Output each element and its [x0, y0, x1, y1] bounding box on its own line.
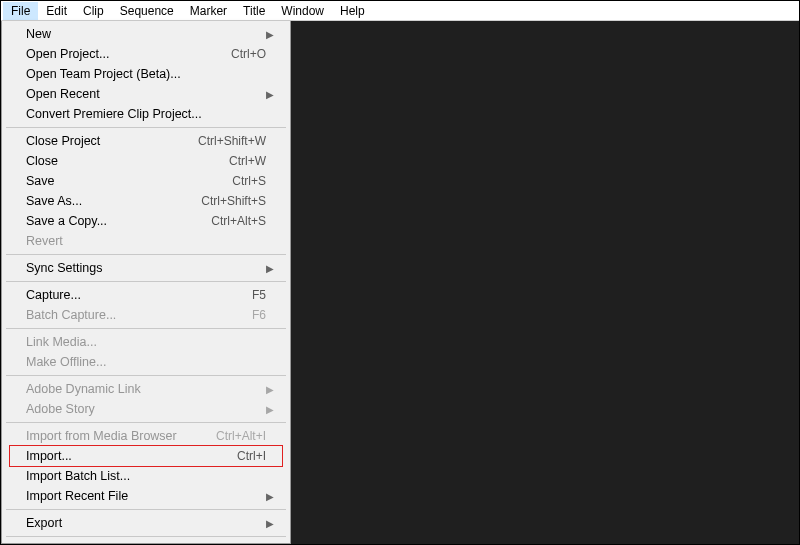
menu-item-shortcut: Ctrl+O: [231, 47, 266, 61]
menu-item-label: Sync Settings: [26, 261, 266, 275]
menu-item-label: Close: [26, 154, 229, 168]
menu-item-label: Adobe Dynamic Link: [26, 382, 266, 396]
menubar-item-label: Title: [243, 4, 265, 18]
menu-item-shortcut: Ctrl+Alt+S: [211, 214, 266, 228]
menu-item-label: Adobe Story: [26, 402, 266, 416]
menu-item-shortcut: F5: [252, 288, 266, 302]
menu-separator: [6, 509, 286, 510]
menubar-item-label: Marker: [190, 4, 227, 18]
menu-item-import-from-media-browser: Import from Media BrowserCtrl+Alt+I: [4, 426, 288, 446]
menu-item-link-media: Link Media...: [4, 332, 288, 352]
menubar-item-sequence[interactable]: Sequence: [112, 2, 182, 20]
menu-item-sync-settings[interactable]: Sync Settings▶: [4, 258, 288, 278]
menu-item-label: Import Batch List...: [26, 469, 266, 483]
chevron-right-icon: ▶: [266, 404, 274, 415]
menu-item-import-recent-file[interactable]: Import Recent File▶: [4, 486, 288, 506]
menu-separator: [6, 328, 286, 329]
menu-separator: [6, 536, 286, 537]
menu-item-label: Revert: [26, 234, 266, 248]
menu-item-label: Import Recent File: [26, 489, 266, 503]
menu-item-label: Batch Capture...: [26, 308, 252, 322]
app-window: FileEditClipSequenceMarkerTitleWindowHel…: [0, 0, 800, 545]
menu-item-save-as[interactable]: Save As...Ctrl+Shift+S: [4, 191, 288, 211]
menu-item-label: Open Project...: [26, 47, 231, 61]
menubar-item-clip[interactable]: Clip: [75, 2, 112, 20]
menu-item-make-offline: Make Offline...: [4, 352, 288, 372]
menu-item-shortcut: Ctrl+Alt+I: [216, 429, 266, 443]
menu-separator: [6, 281, 286, 282]
menu-item-export[interactable]: Export▶: [4, 513, 288, 533]
menubar-item-edit[interactable]: Edit: [38, 2, 75, 20]
menu-separator: [6, 422, 286, 423]
menu-item-label: Import from Media Browser: [26, 429, 216, 443]
menu-item-shortcut: Ctrl+I: [237, 449, 266, 463]
menu-item-label: Save a Copy...: [26, 214, 211, 228]
menu-item-label: Capture...: [26, 288, 252, 302]
menu-item-save[interactable]: SaveCtrl+S: [4, 171, 288, 191]
menu-item-label: Close Project: [26, 134, 198, 148]
menu-item-save-a-copy[interactable]: Save a Copy...Ctrl+Alt+S: [4, 211, 288, 231]
menu-item-label: Convert Premiere Clip Project...: [26, 107, 266, 121]
menu-item-shortcut: Ctrl+S: [232, 174, 266, 188]
menubar-item-title[interactable]: Title: [235, 2, 273, 20]
workspace: [291, 21, 799, 544]
menubar-item-label: File: [11, 4, 30, 18]
workspace-frame: [291, 21, 799, 544]
menubar-item-label: Clip: [83, 4, 104, 18]
menu-item-shortcut: F6: [252, 308, 266, 322]
app-body: New▶Open Project...Ctrl+OOpen Team Proje…: [1, 21, 799, 544]
menu-item-adobe-dynamic-link: Adobe Dynamic Link▶: [4, 379, 288, 399]
menu-item-import[interactable]: Import...Ctrl+I: [4, 446, 288, 466]
menu-item-adobe-story: Adobe Story▶: [4, 399, 288, 419]
menu-item-label: Save: [26, 174, 232, 188]
file-menu-dropdown: New▶Open Project...Ctrl+OOpen Team Proje…: [1, 21, 291, 544]
menubar-item-help[interactable]: Help: [332, 2, 373, 20]
menu-item-capture[interactable]: Capture...F5: [4, 285, 288, 305]
chevron-right-icon: ▶: [266, 89, 274, 100]
menu-item-label: Open Team Project (Beta)...: [26, 67, 266, 81]
chevron-right-icon: ▶: [266, 518, 274, 529]
menu-item-close-project[interactable]: Close ProjectCtrl+Shift+W: [4, 131, 288, 151]
menu-item-label: Link Media...: [26, 335, 266, 349]
chevron-right-icon: ▶: [266, 491, 274, 502]
menubar-item-label: Edit: [46, 4, 67, 18]
menubar-item-marker[interactable]: Marker: [182, 2, 235, 20]
menu-item-label: Import...: [26, 449, 237, 463]
menubar-item-label: Help: [340, 4, 365, 18]
menu-separator: [6, 375, 286, 376]
menu-separator: [6, 127, 286, 128]
menubar: FileEditClipSequenceMarkerTitleWindowHel…: [1, 1, 799, 21]
menu-separator: [6, 254, 286, 255]
menu-item-open-project[interactable]: Open Project...Ctrl+O: [4, 44, 288, 64]
menu-item-shortcut: Ctrl+Shift+S: [201, 194, 266, 208]
menu-item-label: New: [26, 27, 266, 41]
menubar-item-window[interactable]: Window: [273, 2, 332, 20]
menu-item-shortcut: Ctrl+Shift+W: [198, 134, 266, 148]
menu-item-label: Make Offline...: [26, 355, 266, 369]
chevron-right-icon: ▶: [266, 263, 274, 274]
menu-item-new[interactable]: New▶: [4, 24, 288, 44]
menu-item-open-recent[interactable]: Open Recent▶: [4, 84, 288, 104]
menu-item-shortcut: Ctrl+W: [229, 154, 266, 168]
menu-item-label: Export: [26, 516, 266, 530]
chevron-right-icon: ▶: [266, 29, 274, 40]
menu-item-batch-capture: Batch Capture...F6: [4, 305, 288, 325]
menu-item-convert-premiere-clip-project[interactable]: Convert Premiere Clip Project...: [4, 104, 288, 124]
menu-item-close[interactable]: CloseCtrl+W: [4, 151, 288, 171]
menu-item-label: Open Recent: [26, 87, 266, 101]
menubar-item-file[interactable]: File: [3, 2, 38, 20]
menubar-item-label: Window: [281, 4, 324, 18]
menu-item-revert: Revert: [4, 231, 288, 251]
menubar-item-label: Sequence: [120, 4, 174, 18]
chevron-right-icon: ▶: [266, 384, 274, 395]
menu-item-import-batch-list[interactable]: Import Batch List...: [4, 466, 288, 486]
menu-item-label: Save As...: [26, 194, 201, 208]
menu-item-open-team-project-beta[interactable]: Open Team Project (Beta)...: [4, 64, 288, 84]
